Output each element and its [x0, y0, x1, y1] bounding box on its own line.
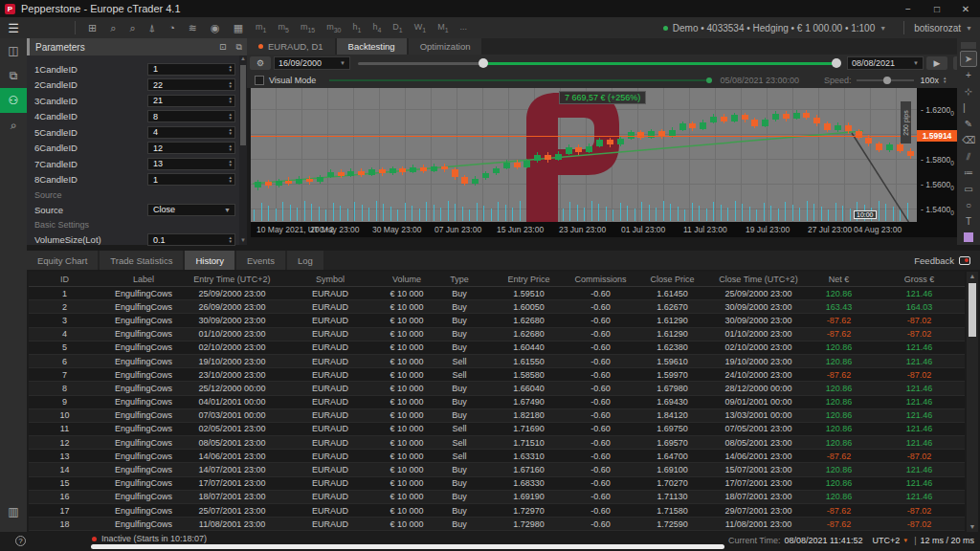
- table-row[interactable]: 13EngulfingCows14/06/2001 23:00EURAUD€ 1…: [29, 450, 965, 463]
- text-tool-icon[interactable]: T: [960, 213, 977, 230]
- indicators-icon[interactable]: ⍋: [143, 22, 163, 34]
- table-row[interactable]: 3EngulfingCows30/09/2000 23:00EURAUD€ 10…: [29, 314, 965, 327]
- chart-settings-icon[interactable]: ▦: [227, 22, 250, 34]
- table-row[interactable]: 10EngulfingCows07/03/2001 00:00EURAUD€ 1…: [29, 409, 965, 423]
- parameter-input[interactable]: 0.1▲▼: [147, 233, 235, 246]
- bottom-tab-history[interactable]: History: [185, 251, 234, 270]
- parameter-input[interactable]: 22▲▼: [147, 78, 235, 91]
- tab-optimization[interactable]: Optimization: [409, 38, 482, 55]
- ellipse-icon[interactable]: ○: [960, 197, 977, 213]
- draw-pencil-icon[interactable]: ✎: [960, 116, 977, 132]
- sidebar-analyze-icon[interactable]: ⌕: [0, 113, 27, 138]
- sidebar-copy-icon[interactable]: ⧉: [0, 63, 27, 88]
- popout-icon[interactable]: ⊡: [214, 42, 232, 52]
- table-row[interactable]: 16EngulfingCows18/07/2001 23:00EURAUD€ 1…: [29, 491, 965, 504]
- eraser-icon[interactable]: ⌫: [960, 132, 977, 148]
- source-select[interactable]: Close▼: [147, 204, 235, 216]
- timeframe-m30[interactable]: m30: [321, 22, 346, 33]
- cursor-tool-icon[interactable]: ➤: [960, 51, 977, 67]
- parameter-input[interactable]: 8▲▼: [147, 110, 235, 122]
- table-horizontal-scrollbar[interactable]: [91, 544, 724, 549]
- timeframe-m5[interactable]: m5: [272, 22, 294, 33]
- parameter-input[interactable]: 21▲▼: [147, 95, 235, 107]
- main-menu-icon[interactable]: ☰: [0, 21, 27, 35]
- parameters-header[interactable]: Parameters ⊡ ⧉: [27, 38, 247, 55]
- parameter-input[interactable]: 1▲▼: [147, 63, 235, 76]
- table-vertical-scrollbar[interactable]: ▲ ▼: [967, 272, 978, 532]
- timezone-select[interactable]: UTC+2: [872, 536, 900, 545]
- parameter-input[interactable]: 13▲▼: [147, 158, 235, 170]
- table-row[interactable]: 14EngulfingCows14/07/2001 23:00EURAUD€ 1…: [29, 463, 965, 476]
- maximize-button[interactable]: □: [923, 4, 951, 14]
- crosshair-icon[interactable]: +: [960, 67, 977, 83]
- trend-lines-icon[interactable]: ⫽: [960, 148, 977, 165]
- table-row[interactable]: 18EngulfingCows11/08/2001 23:00EURAUD€ 1…: [29, 518, 965, 531]
- objects-icon[interactable]: ≋: [182, 22, 204, 34]
- timeframe-m1[interactable]: m1: [250, 22, 272, 33]
- zoom-out-icon[interactable]: ⌕: [122, 22, 142, 34]
- table-row[interactable]: 7EngulfingCows23/10/2000 23:00EURAUD€ 10…: [29, 368, 965, 382]
- rectangle-icon[interactable]: ▭: [960, 181, 977, 197]
- chart-plot[interactable]: 7 669,57 € (+256%) 10:00 250 pips: [251, 88, 917, 222]
- table-row[interactable]: 4EngulfingCows01/10/2000 23:00EURAUD€ 10…: [29, 328, 965, 342]
- bottom-tab-log[interactable]: Log: [287, 251, 323, 270]
- timeframe-h4[interactable]: h4: [367, 22, 387, 33]
- sidebar-trade-icon[interactable]: ◫: [0, 38, 27, 63]
- table-row[interactable]: 2EngulfingCows26/09/2000 23:00EURAUD€ 10…: [29, 300, 965, 314]
- feedback-button[interactable]: Feedback: [914, 251, 980, 270]
- timeframe-h1[interactable]: h1: [346, 22, 367, 33]
- fibonacci-icon[interactable]: ≔: [960, 165, 977, 181]
- table-row[interactable]: 17EngulfingCows25/07/2001 23:00EURAUD€ 1…: [29, 504, 965, 518]
- table-row[interactable]: 5EngulfingCows02/10/2000 23:00EURAUD€ 10…: [29, 342, 965, 355]
- parameter-input[interactable]: 1▲▼: [147, 173, 235, 186]
- sidebar-deposit-bank-icon[interactable]: ▥: [0, 499, 27, 524]
- timeframe-M1[interactable]: M1: [432, 22, 454, 33]
- timeframe-W1[interactable]: W1: [409, 22, 432, 33]
- help-icon[interactable]: ?: [15, 536, 26, 546]
- table-row[interactable]: 6EngulfingCows19/10/2000 23:00EURAUD€ 10…: [29, 355, 965, 368]
- table-row[interactable]: 12EngulfingCows08/05/2001 23:00EURAUD€ 1…: [29, 436, 965, 450]
- crosshair-anchor-icon[interactable]: ⊹: [960, 83, 977, 99]
- price-axis[interactable]: 1.59914 ‑ 1.62000‑ 1.58000‑ 1.56000‑ 1.5…: [917, 88, 957, 237]
- bottom-tab-equity-chart[interactable]: Equity Chart: [27, 251, 98, 270]
- color-swatch-icon[interactable]: [964, 232, 973, 242]
- range-start-handle[interactable]: [479, 58, 488, 68]
- timeframe-more[interactable]: ...: [455, 22, 474, 33]
- table-row[interactable]: 15EngulfingCows17/07/2001 23:00EURAUD€ 1…: [29, 477, 965, 491]
- timeframe-D1[interactable]: D1: [387, 22, 408, 33]
- history-table-header[interactable]: IDLabelEntry Time (UTC+2)SymbolVolumeTyp…: [29, 272, 965, 287]
- parameter-input[interactable]: 12▲▼: [147, 142, 235, 154]
- backtest-range-slider[interactable]: [358, 62, 839, 65]
- table-row[interactable]: 1EngulfingCows25/09/2000 23:00EURAUD€ 10…: [29, 287, 965, 300]
- sidebar-automate-robot-icon[interactable]: ⚇: [0, 88, 27, 113]
- username[interactable]: botisorozat: [914, 23, 961, 33]
- table-row[interactable]: 11EngulfingCows02/05/2001 23:00EURAUD€ 1…: [29, 423, 965, 436]
- start-date-select[interactable]: 16/09/2000▼: [274, 56, 350, 70]
- account-summary[interactable]: Demo • 4033534 • Hedging • € 1 000.00 • …: [673, 23, 875, 33]
- bottom-tab-trade-statistics[interactable]: Trade Statistics: [100, 251, 183, 270]
- vertical-line-icon[interactable]: ⎸: [960, 99, 977, 116]
- symbol-tab[interactable]: EURAUD, D1: [247, 38, 335, 55]
- table-row[interactable]: 9EngulfingCows04/01/2001 00:00EURAUD€ 10…: [29, 396, 965, 409]
- visual-mode-checkbox[interactable]: [255, 76, 264, 85]
- speed-stepper[interactable]: ▲▼: [943, 77, 947, 84]
- visibility-eye-icon[interactable]: ◉: [204, 22, 227, 34]
- close-button[interactable]: ✕: [951, 4, 980, 14]
- bottom-tab-events[interactable]: Events: [236, 251, 285, 270]
- speed-slider[interactable]: [857, 79, 914, 81]
- range-end-handle[interactable]: [832, 58, 841, 68]
- tab-backtesting[interactable]: Backtesting: [337, 38, 407, 55]
- replay-progress-slider[interactable]: [329, 79, 712, 81]
- clock-icon[interactable]: ◔: [162, 22, 182, 34]
- table-row[interactable]: 8EngulfingCows25/12/2000 00:00EURAUD€ 10…: [29, 382, 965, 395]
- copy-settings-icon[interactable]: ⧉: [232, 42, 247, 53]
- parameters-scrollbar[interactable]: ▲ ▼: [239, 55, 247, 245]
- time-axis[interactable]: 10 May 2021, UTC+220 May 23:0030 May 23:…: [251, 222, 917, 237]
- zoom-in-icon[interactable]: ⌕: [103, 22, 122, 34]
- minimize-button[interactable]: −: [894, 4, 923, 14]
- backtest-settings-gear-icon[interactable]: ⚙: [250, 56, 271, 70]
- play-button[interactable]: ▶: [926, 56, 947, 70]
- end-date-select[interactable]: 08/08/2021▼: [847, 56, 924, 70]
- parameter-input[interactable]: 4▲▼: [147, 126, 235, 139]
- timeframe-m15[interactable]: m15: [295, 22, 321, 33]
